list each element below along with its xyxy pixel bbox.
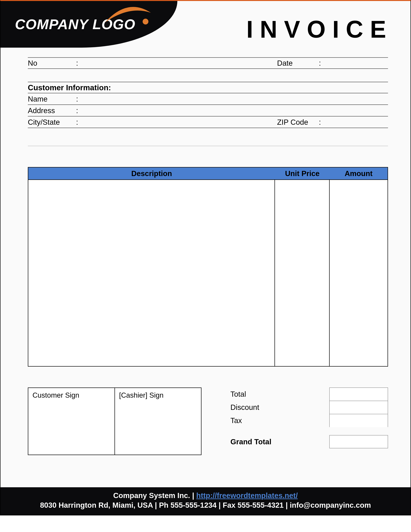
col-amount: Amount [330, 169, 388, 178]
bottom-section: Customer Sign [Cashier] Sign Total Disco… [28, 388, 388, 455]
colon: : [76, 59, 81, 67]
discount-label: Discount [230, 401, 329, 414]
footer-company: Company System Inc. [113, 491, 190, 500]
colon: : [319, 59, 324, 67]
items-description-cell [28, 180, 275, 366]
col-description: Description [28, 169, 275, 178]
invoice-title: INVOICE [246, 15, 393, 43]
footer: Company System Inc. | http://freewordtem… [0, 487, 411, 515]
items-header-row: Description Unit Price Amount [28, 167, 388, 180]
customer-sign-cell: Customer Sign [28, 388, 115, 455]
no-label: No [28, 59, 76, 67]
total-value-box [329, 388, 388, 401]
total-label: Total [230, 388, 329, 401]
discount-value-box [329, 401, 388, 414]
customer-info-heading: Customer Information: [28, 82, 388, 93]
footer-url-link[interactable]: http://freewordtemplates.net/ [196, 491, 298, 500]
colon: : [76, 118, 81, 126]
items-body [28, 180, 388, 367]
items-unit-price-cell [275, 180, 330, 366]
col-unit-price: Unit Price [275, 169, 330, 178]
address-label: Address [28, 106, 76, 115]
grand-total-label: Grand Total [230, 435, 329, 448]
footer-sep: | [190, 491, 196, 500]
svg-point-0 [143, 19, 148, 24]
name-label: Name [28, 95, 76, 103]
zip-label: ZIP Code [277, 118, 319, 126]
header: COMPANY LOGO INVOICE [0, 1, 411, 52]
date-label: Date [277, 59, 319, 67]
swoosh-icon [103, 4, 152, 28]
signature-box: Customer Sign [Cashier] Sign [28, 388, 201, 455]
colon: : [76, 106, 81, 115]
customer-address-row: Address : [28, 105, 388, 116]
divider [28, 146, 388, 146]
tax-label: Tax [230, 414, 329, 427]
totals-section: Total Discount Tax Grand Total [230, 388, 388, 455]
items-amount-cell [330, 180, 388, 366]
logo-panel: COMPANY LOGO [0, 1, 177, 48]
cashier-sign-cell: [Cashier] Sign [115, 388, 201, 455]
customer-city-zip-row: City/State : ZIP Code : [28, 116, 388, 128]
items-table: Description Unit Price Amount [28, 167, 388, 367]
customer-name-row: Name : [28, 93, 388, 105]
meta-row-no-date: No : Date : [28, 57, 388, 69]
colon: : [319, 118, 324, 126]
city-state-label: City/State [28, 118, 76, 126]
footer-address-line: 8030 Harrington Rd, Miami, USA | Ph 555-… [4, 501, 407, 510]
colon: : [76, 95, 81, 103]
grand-total-value-box [329, 435, 388, 448]
tax-value-box [329, 414, 388, 427]
invoice-page: COMPANY LOGO INVOICE No : Date : Custome… [0, 0, 411, 515]
